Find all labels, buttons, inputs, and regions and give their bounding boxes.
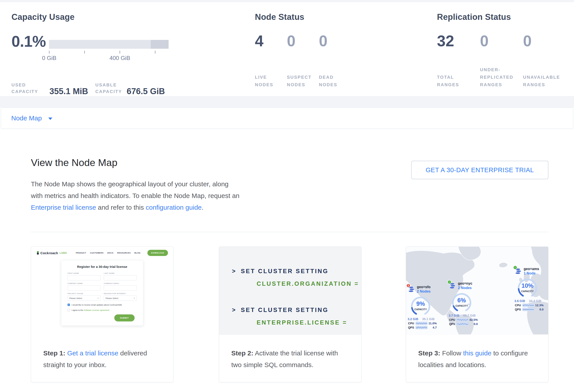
- capacity-axis-tick: [49, 51, 49, 54]
- submit-pill: SUBMIT: [114, 314, 135, 321]
- company-email-input: [104, 285, 137, 291]
- cpu-metric: CPU 12.3%: [515, 304, 544, 307]
- sql-argument: CLUSTER.ORGANIZATION =: [232, 280, 361, 287]
- suspect-nodes-count: 0: [287, 33, 295, 49]
- first-name-input: [67, 275, 101, 280]
- capacity-gauge: 6% CAPACITY: [451, 292, 472, 313]
- unavailable-ranges-stat: 0 UNAVAILABLE RANGES: [523, 12, 569, 88]
- trial-license-form: Register for a 30-day trial license FIRS…: [61, 260, 143, 326]
- capacity-axis-tick: [84, 51, 85, 54]
- field-label: LAST NAME: [104, 272, 137, 274]
- capacity-axis-tick: [120, 51, 120, 54]
- geo-region-node-count: 1 Node: [524, 271, 539, 275]
- live-nodes-stat: 4 LIVE NODES: [255, 12, 287, 88]
- cpu-label: CPU: [408, 322, 415, 325]
- node-status-section: Node Status 4 LIVE NODES 0 SUSPECT NODES…: [255, 12, 359, 88]
- sql-commands-panel: >SET CLUSTER SETTING CLUSTER.ORGANIZATIO…: [219, 247, 361, 335]
- project-phase-select: Please Select▼: [67, 296, 101, 301]
- field-label: COMPANY NAME: [67, 282, 101, 284]
- view-selector-bar: Node Map: [1, 108, 573, 129]
- step-number: Step 3:: [418, 350, 440, 357]
- prompt-icon: >: [232, 268, 236, 275]
- capacity-gauge: 9% CAPACITY: [410, 296, 431, 317]
- capacity-stats: USED CAPACITY 355.1 MiB USABLE CAPACITY …: [11, 72, 184, 96]
- under-replicated-ranges-count: 0: [480, 33, 489, 49]
- live-nodes-count: 4: [255, 33, 264, 49]
- unavailable-ranges-label: UNAVAILABLE RANGES: [523, 74, 560, 88]
- cpu-label: CPU: [449, 318, 457, 321]
- cluster-overview-page: Capacity Usage 0.1% 0 GiB 400 GiB USED C…: [0, 0, 574, 392]
- checkbox-empty-icon: [67, 309, 70, 311]
- qps-label: QPS: [408, 326, 415, 329]
- capacity-range: 3.2 GiB 35.1 GiB: [408, 317, 434, 321]
- field-label: COMPANY EMAIL: [104, 282, 137, 284]
- view-dropdown[interactable]: Node Map: [11, 108, 52, 129]
- sql-line: >SET CLUSTER SETTING: [232, 268, 361, 275]
- license-agree-row: I agree to the Software License Agreemen…: [67, 309, 137, 311]
- cpu-value: 42.5%: [469, 318, 478, 321]
- total-value: 35.1 GiB: [422, 317, 434, 321]
- under-replicated-ranges-stat: 0 UNDER- REPLICATED RANGES: [480, 12, 523, 88]
- mini-site-header: Cockroach LABS PRODUCT CUSTOMERS DOCS RE…: [31, 247, 173, 256]
- section-gap-band: [0, 96, 574, 108]
- logo-text: Cockroach: [41, 251, 58, 255]
- used-value: 3.7 GiB: [449, 314, 459, 317]
- cpu-label: CPU: [515, 304, 522, 307]
- enterprise-trial-license-link[interactable]: Enterprise trial license: [31, 204, 96, 211]
- sql-command: SET CLUSTER SETTING: [241, 268, 328, 275]
- total-ranges-stat: 32 TOTAL RANGES: [437, 12, 480, 88]
- unavailable-ranges-count: 0: [523, 33, 532, 49]
- used-capacity-value: 355.1 MiB: [49, 87, 88, 96]
- qps-sparkline: [457, 322, 469, 326]
- geo-region-node-count: 2 Nodes: [417, 289, 430, 294]
- suspect-nodes-label: SUSPECT NODES: [287, 74, 312, 88]
- qps-metric: QPS 4.7: [408, 326, 437, 329]
- get-trial-license-link[interactable]: Get a trial license: [67, 350, 118, 357]
- nav-item: DOCS: [107, 252, 113, 254]
- last-name-input: [104, 275, 137, 280]
- capacity-used-percent: 0.1%: [11, 33, 46, 50]
- step-1-card: Cockroach LABS PRODUCT CUSTOMERS DOCS RE…: [31, 246, 173, 382]
- company-name-input: [67, 285, 101, 291]
- sql-argument: ENTERPRISE.LICENSE =: [232, 319, 361, 326]
- qps-metric: QPS 0.0: [515, 308, 544, 311]
- total-value: 34.4 GiB: [529, 299, 541, 303]
- live-nodes-label: LIVE NODES: [255, 74, 273, 88]
- reason-select: Please Select▼: [104, 296, 137, 301]
- capacity-percent: 9%: [410, 300, 431, 307]
- agree-text: I agree to the Software License Agreemen…: [71, 309, 110, 311]
- usable-capacity-label: USABLE CAPACITY: [95, 82, 122, 95]
- select-value: Please Select: [69, 297, 82, 299]
- description-text: The Node Map shows the geographical layo…: [31, 180, 239, 199]
- prompt-icon: >: [232, 307, 236, 313]
- logo-suffix: LABS: [60, 252, 67, 254]
- qps-sparkline: [415, 326, 428, 329]
- capacity-label: CAPACITY: [410, 308, 431, 311]
- capacity-axis-label-400: 400 GiB: [109, 55, 130, 61]
- chevron-down-icon: [48, 117, 52, 120]
- step-number: Step 1:: [43, 350, 65, 357]
- cpu-value: 12.3%: [535, 304, 544, 307]
- checkbox-checked-icon: ✓: [67, 304, 70, 306]
- get-enterprise-trial-button[interactable]: GET A 30-DAY ENTERPRISE TRIAL: [411, 161, 548, 179]
- capacity-gauge: 10% CAPACITY: [517, 278, 538, 299]
- ok-badge: ✓: [513, 265, 517, 270]
- form-title: Register for a 30-day trial license: [67, 265, 137, 269]
- node-map-description: The Node Map shows the geographical layo…: [31, 178, 239, 213]
- field-label: FIRST NAME: [67, 272, 101, 274]
- this-guide-link[interactable]: this guide: [463, 350, 491, 357]
- geo-region-sfo: 1 geo=sfo 2 Nodes 9% CAPACITY: [408, 286, 448, 329]
- capacity-label: CAPACITY: [517, 290, 538, 293]
- geo-region-node-count: 2 Nodes: [458, 286, 472, 290]
- error-badge: 1: [406, 283, 410, 288]
- usable-capacity-value: 676.5 GiB: [127, 87, 165, 96]
- ok-badge: ✓: [447, 280, 451, 284]
- nav-item: PRODUCT: [76, 252, 86, 254]
- used-capacity-label: USED CAPACITY: [11, 82, 38, 95]
- used-value: 3.6 GiB: [514, 299, 525, 303]
- dead-nodes-label: DEAD NODES: [319, 74, 337, 88]
- cpu-metric: CPU 42.5%: [449, 318, 478, 321]
- configuration-guide-link[interactable]: configuration guide: [146, 204, 202, 211]
- page-title: View the Node Map: [31, 157, 117, 168]
- cockroach-labs-logo: Cockroach LABS: [36, 251, 67, 255]
